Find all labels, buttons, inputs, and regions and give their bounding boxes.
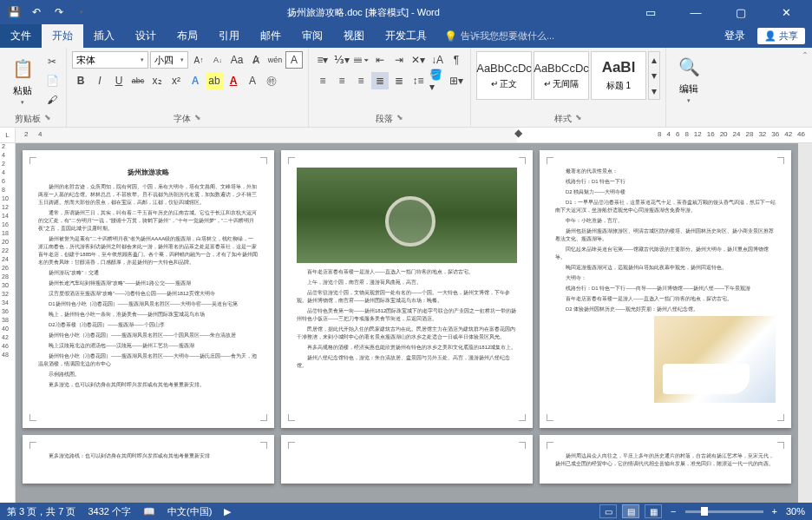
tab-design[interactable]: 设计 [125, 24, 167, 48]
copy-button[interactable]: 📄 [43, 72, 61, 89]
justify-button[interactable]: ≣ [371, 72, 389, 89]
tab-home[interactable]: 开始 [42, 24, 83, 48]
login-link[interactable]: 登录 [724, 29, 745, 43]
style-no-spacing[interactable]: AaBbCcDc↵ 无间隔 [534, 51, 589, 100]
sort-button[interactable]: ↓A [429, 51, 446, 69]
para-launcher[interactable]: ⬊ [396, 113, 403, 125]
clear-format-button[interactable]: A̷ [247, 51, 265, 69]
page-4[interactable]: 更多游览路线：也可以到访身在其间时即兴发挥或有其他考量重新安排 [23, 435, 274, 484]
char-border-button[interactable]: A [285, 51, 303, 69]
align-left-button[interactable]: ≡ [314, 72, 331, 89]
enclose-char-button[interactable]: ㊕ [263, 72, 280, 89]
read-mode-button[interactable]: ▭ [599, 504, 617, 518]
change-case-button[interactable]: Aa [228, 51, 246, 69]
undo-icon[interactable]: ↶ [29, 5, 43, 19]
borders-button[interactable]: ⊞▾ [448, 72, 465, 89]
workspace: 2424681012141618202224262830323436384042… [0, 143, 812, 503]
tab-insert[interactable]: 插入 [83, 24, 125, 48]
align-right-button[interactable]: ≡ [352, 72, 370, 89]
maximize-button[interactable]: ▢ [722, 0, 760, 24]
horizontal-ruler[interactable]: L 2 4 ◆ 8468121620242832364246 [0, 128, 812, 143]
shrink-font-button[interactable]: A↓ [209, 51, 226, 69]
tab-review[interactable]: 审阅 [291, 24, 333, 48]
zoom-in-button[interactable]: + [769, 506, 781, 517]
font-launcher[interactable]: ⬊ [194, 113, 201, 125]
grow-font-button[interactable]: A↑ [190, 51, 207, 69]
page-count[interactable]: 第 3 页，共 7 页 [7, 505, 75, 518]
styles-up-button[interactable]: ▴ [649, 52, 659, 68]
zoom-level[interactable]: 30% [786, 506, 805, 517]
shading-button[interactable]: 🪣▾ [429, 72, 446, 89]
page-2[interactable]: 百年老店富春有茶楼一是游人——直选入一指门待客的地点，探访古宅。上午，游览个园，… [281, 150, 533, 428]
font-size-dropdown[interactable]: 小四▾ [150, 51, 188, 69]
underline-button[interactable]: U [110, 72, 128, 89]
distribute-button[interactable]: ≣ [390, 72, 408, 89]
style-normal[interactable]: AaBbCcDc↵ 正文 [476, 51, 532, 100]
page-6[interactable]: 扬州周边具众人向往之，平庄上多年的历史通片的村落，自古就有扬江艺术等，至宋元代，… [540, 435, 791, 484]
vertical-ruler[interactable]: 2424681012141618202224262830323436384042… [0, 143, 16, 503]
tab-view[interactable]: 视图 [333, 24, 375, 48]
asian-layout-button[interactable]: ✕▾ [409, 51, 427, 69]
web-layout-button[interactable]: ▦ [645, 504, 662, 518]
increase-indent-button[interactable]: ⇥ [390, 51, 408, 69]
char-shading-button[interactable]: A [244, 72, 261, 89]
paste-button[interactable]: 📋 粘贴 ▾ [5, 51, 40, 109]
redo-icon[interactable]: ↷ [52, 5, 66, 19]
qat-customize-icon[interactable]: ▾ [75, 5, 88, 19]
format-painter-button[interactable]: 🖌 [43, 91, 61, 109]
save-icon[interactable]: 💾 [7, 5, 21, 19]
document-canvas[interactable]: 扬州旅游攻略 扬州的名胜古迹，众所周知，院有何园、个园，庙有大明寺，塔有文昌阁、… [16, 143, 798, 503]
show-marks-button[interactable]: ¶ [448, 51, 465, 69]
phonetic-button[interactable]: wén [266, 51, 284, 69]
styles-launcher[interactable]: ⬊ [575, 113, 582, 125]
zoom-slider[interactable] [685, 510, 763, 513]
numbering-button[interactable]: ⅓▾ [333, 51, 350, 69]
align-center-button[interactable]: ≡ [333, 72, 350, 89]
font-name-dropdown[interactable]: 宋体▾ [72, 51, 148, 69]
tab-layout[interactable]: 布局 [167, 24, 208, 48]
tab-references[interactable]: 引用 [208, 24, 250, 48]
clipboard-launcher[interactable]: ⬊ [44, 113, 51, 125]
page-1[interactable]: 扬州旅游攻略 扬州的名胜古迹，众所周知，院有何园、个园，庙有大明寺，塔有文昌阁、… [23, 150, 274, 428]
tab-selector[interactable]: L [0, 128, 16, 142]
share-button[interactable]: 👤 共享 [757, 28, 805, 44]
italic-button[interactable]: I [91, 72, 108, 89]
print-layout-button[interactable]: ▤ [622, 504, 639, 518]
ribbon-display-icon[interactable]: ▭ [632, 0, 670, 24]
word-count[interactable]: 3432 个字 [88, 505, 131, 518]
clipboard-label: 剪贴板 [15, 113, 41, 125]
styles-down-button[interactable]: ▾ [649, 68, 659, 83]
text-effects-button[interactable]: A [187, 72, 204, 89]
bold-button[interactable]: B [72, 72, 89, 89]
language[interactable]: 中文(中国) [167, 505, 212, 518]
tab-file[interactable]: 文件 [0, 24, 42, 48]
spell-check-icon[interactable]: 📖 [143, 506, 155, 517]
tab-mailings[interactable]: 邮件 [250, 24, 291, 48]
zoom-out-button[interactable]: − [667, 506, 679, 517]
line-spacing-button[interactable]: ↕≡ [409, 72, 427, 89]
font-color-button[interactable]: A [225, 72, 242, 89]
subscript-button[interactable]: x₂ [148, 72, 166, 89]
tell-me-input[interactable]: 告诉我您想要做什么... [457, 30, 554, 43]
decrease-indent-button[interactable]: ⇤ [371, 51, 389, 69]
para-label: 段落 [376, 113, 393, 125]
bullets-button[interactable]: ≡▾ [314, 51, 331, 69]
multilevel-button[interactable]: ⩸▾ [352, 51, 370, 69]
style-heading1[interactable]: AaBl标题 1 [591, 51, 646, 100]
vertical-scrollbar[interactable] [798, 143, 812, 503]
macro-icon[interactable]: ▶ [224, 506, 231, 517]
page-5[interactable] [281, 435, 533, 484]
tab-developer[interactable]: 开发工具 [375, 24, 437, 48]
find-button[interactable]: 🔍 编辑 ▾ [671, 51, 706, 106]
cut-button[interactable]: ✂ [43, 53, 61, 70]
strike-button[interactable]: abc [129, 72, 147, 89]
styles-more-button[interactable]: ▾ [649, 83, 659, 99]
superscript-button[interactable]: x² [167, 72, 185, 89]
group-paragraph: ≡▾ ⅓▾ ⩸▾ ⇤ ⇥ ✕▾ ↓A ¶ ≡ ≡ ≡ ≣ ≣ ↕≡ 🪣▾ ⊞▾ … [309, 48, 471, 127]
group-font: 宋体▾ 小四▾ A↑ A↓ Aa A̷ wén A B I U abc x₂ x… [67, 48, 309, 127]
page-3[interactable]: 最著名的代表性景点：线路分行：D1 特色一下行D2 独具魅力——大明寺楼D1：一… [540, 150, 791, 428]
close-button[interactable]: ✕ [767, 0, 805, 24]
minimize-button[interactable]: — [677, 0, 715, 24]
collapse-ribbon-button[interactable]: ˆ [798, 48, 812, 127]
highlight-button[interactable]: ab [206, 72, 223, 89]
